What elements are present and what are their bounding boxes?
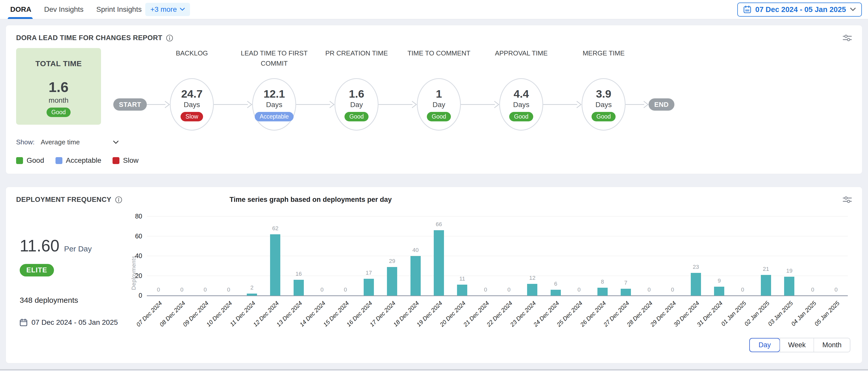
lead-time-title-text: DORA LEAD TIME FOR CHANGES REPORT <box>16 34 162 42</box>
bar-slot: 0 <box>147 216 170 296</box>
bar-value-label: 7 <box>614 279 637 286</box>
deployment-bar <box>364 279 374 296</box>
deployment-bar <box>761 275 771 296</box>
flow-arrow-icon <box>461 99 499 110</box>
legend-label: Slow <box>123 156 138 165</box>
legend-item-acceptable: Acceptable <box>56 156 101 165</box>
deployment-bar <box>784 277 794 296</box>
tab-dora[interactable]: DORA <box>10 0 31 19</box>
granularity-day-button[interactable]: Day <box>750 338 780 352</box>
deployment-bar <box>527 284 537 296</box>
bar-slot: 0 <box>731 216 754 296</box>
granularity-week-button[interactable]: Week <box>780 338 813 352</box>
deployment-bar <box>247 294 257 296</box>
bar-value-label: 0 <box>731 286 754 293</box>
info-icon[interactable] <box>166 34 173 42</box>
bar-slot: 0 <box>824 216 847 296</box>
bar-value-label: 0 <box>497 286 521 293</box>
deployment-bar <box>457 284 467 296</box>
stage-unit: Days <box>595 101 612 109</box>
bar-slot: 12 <box>521 216 544 296</box>
stage-unit: Days <box>184 101 200 109</box>
deployment-rate-value: 11.60 <box>20 236 59 255</box>
bar-slot: 0 <box>567 216 590 296</box>
flow-stage: PR CREATION TIME1.6DayGood <box>335 48 378 131</box>
total-time-status-badge: Good <box>46 108 70 117</box>
stage-circle: 1DayGood <box>417 78 461 131</box>
bar-value-label: 11 <box>451 275 474 282</box>
plot-area: 0204060800000262160017294066110012608700… <box>147 216 848 296</box>
bar-value-label: 17 <box>357 270 380 276</box>
chevron-down-icon <box>113 140 119 144</box>
lead-time-title: DORA LEAD TIME FOR CHANGES REPORT <box>16 34 173 42</box>
deployment-frequency-card: DEPLOYMENT FREQUENCY Time series graph b… <box>6 187 862 363</box>
more-tabs-button[interactable]: +3 more <box>145 3 190 16</box>
stage-label: MERGE TIME <box>560 48 647 58</box>
flow-arrow-icon <box>625 99 649 110</box>
total-time-value: 1.6 <box>49 79 68 95</box>
flow-stage: TIME TO COMMENT1DayGood <box>417 48 461 131</box>
granularity-month-button[interactable]: Month <box>813 338 850 352</box>
bar-slot: 0 <box>638 216 661 296</box>
stage-unit: Days <box>266 101 282 109</box>
stage-label: PR CREATION TIME <box>313 48 400 58</box>
flow-stage: APPROVAL TIME4.4DaysGood <box>499 48 543 131</box>
deployment-bar <box>714 287 724 296</box>
tab-dev-insights[interactable]: Dev Insights <box>44 0 83 19</box>
bar-value-label: 16 <box>287 271 310 277</box>
deployment-bar <box>551 290 561 296</box>
deployment-date-range-label: 07 Dec 2024 - 05 Jan 2025 <box>31 318 118 327</box>
bar-slot: 40 <box>404 216 427 296</box>
date-range-label: 07 Dec 2024 - 05 Jan 2025 <box>755 5 846 14</box>
bar-slot: 66 <box>427 216 451 296</box>
bar-slot: 2 <box>240 216 264 296</box>
bar-slot: 0 <box>497 216 521 296</box>
tab-sprint-insights[interactable]: Sprint Insights <box>96 0 142 19</box>
date-range-picker[interactable]: 07 Dec 2024 - 05 Jan 2025 <box>737 3 862 16</box>
bar-value-label: 0 <box>801 286 824 293</box>
show-metric-select[interactable]: Show: Average time <box>16 138 852 146</box>
legend-item-slow: Slow <box>113 156 138 165</box>
bar-slot: 0 <box>310 216 334 296</box>
bar-value-label: 0 <box>147 286 170 293</box>
bar-value-label: 12 <box>521 275 544 281</box>
deployment-bar <box>621 289 631 296</box>
elite-tier-badge: ELITE <box>20 264 54 276</box>
bar-slot: 0 <box>334 216 357 296</box>
tab-list: DORADev InsightsSprint Insights <box>10 0 142 19</box>
lead-time-settings-sliders-icon[interactable] <box>843 34 852 42</box>
status-legend: GoodAcceptableSlow <box>16 156 852 165</box>
bar-value-label: 0 <box>217 286 240 293</box>
deployment-bar <box>691 273 701 296</box>
stage-status-badge: Good <box>592 112 616 122</box>
x-axis-tick-label: 05 Jan 2025 <box>813 300 841 328</box>
y-axis-tick: 20 <box>135 272 142 279</box>
chevron-down-icon <box>850 8 856 11</box>
y-axis-tick: 60 <box>135 233 142 240</box>
chevron-down-icon <box>180 8 185 11</box>
bar-value-label: 6 <box>544 280 567 287</box>
dashboard-page: DORA LEAD TIME FOR CHANGES REPORT TOTAL … <box>0 20 868 369</box>
flow-stage: MERGE TIME3.9DaysGood <box>582 48 625 131</box>
deployments-bar-chart: Deployments 0204060800000262160017294066… <box>130 206 852 354</box>
bar-value-label: 2 <box>240 284 264 291</box>
show-label: Show: <box>16 138 34 146</box>
stage-value: 1 <box>436 88 442 100</box>
bar-slot: 62 <box>264 216 287 296</box>
calendar-icon <box>743 6 751 13</box>
lead-time-card: DORA LEAD TIME FOR CHANGES REPORT TOTAL … <box>6 25 862 174</box>
flow-stage: LEAD TIME TO FIRST COMMIT12.1DaysAccepta… <box>252 48 296 131</box>
bar-slots: 0000262160017294066110012608700239021190… <box>147 216 848 296</box>
flow-arrow-icon <box>543 99 582 110</box>
lead-time-flow: STARTBACKLOG24.7DaysSlowLEAD TIME TO FIR… <box>113 48 674 131</box>
deployment-bar <box>434 230 444 296</box>
flow-arrow-icon <box>147 99 170 110</box>
legend-swatch <box>113 157 119 164</box>
stage-status-badge: Good <box>344 112 369 122</box>
x-axis-tick-label: 01 Jan 2025 <box>720 300 748 328</box>
stage-circle: 1.6DayGood <box>335 78 378 131</box>
deployment-settings-sliders-icon[interactable] <box>843 196 852 203</box>
stage-value: 3.9 <box>596 88 611 100</box>
stage-value: 12.1 <box>264 88 285 100</box>
info-icon[interactable] <box>115 196 122 203</box>
